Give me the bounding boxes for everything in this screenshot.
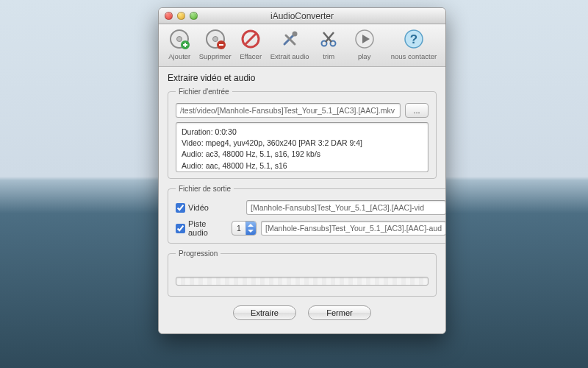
svg-rect-8: [219, 44, 223, 46]
play-button[interactable]: play: [348, 27, 380, 60]
svg-point-6: [212, 37, 218, 42]
scissors-icon: [317, 27, 340, 51]
traffic-lights: [165, 12, 198, 20]
progress-legend: Progression: [176, 250, 220, 258]
titlebar[interactable]: iAudioConverter: [159, 8, 445, 24]
minus-disc-icon: [204, 27, 227, 51]
input-path-field[interactable]: /test/video/[Manhole-Fansubs]Test_Your_5…: [176, 103, 401, 118]
contact-button[interactable]: ? nous contacter: [387, 27, 441, 60]
browse-button[interactable]: ...: [405, 103, 429, 118]
input-fieldset: Fichier d'entrée /test/video/[Manhole-Fa…: [168, 88, 437, 179]
zoom-window-button[interactable]: [190, 12, 198, 20]
extract-button[interactable]: Extraire: [233, 305, 296, 320]
play-icon: [353, 27, 376, 51]
audio-checkbox[interactable]: Piste audio: [176, 219, 227, 237]
info-line: Audio: aac, 48000 Hz, 5.1, s16: [182, 160, 423, 171]
progress-bar: [176, 277, 429, 286]
toolbar: Ajouter Supprimer Effacer Extrait audio …: [159, 24, 445, 67]
close-window-button[interactable]: [165, 12, 173, 20]
clear-button[interactable]: Effacer: [234, 27, 267, 60]
svg-point-1: [177, 37, 182, 42]
video-checkbox[interactable]: Vidéo: [176, 203, 242, 213]
svg-rect-4: [184, 43, 186, 47]
info-line: Audio: ac3, 48000 Hz, 5.1, s16, 192 kb/s: [182, 149, 423, 160]
tools-icon: [278, 27, 301, 51]
info-line: Video: mpeg4, yuv420p, 360x240 [PAR 3:2 …: [182, 138, 423, 149]
output-fieldset: Fichier de sortie Vidéo [Manhole-Fansubs…: [168, 185, 446, 244]
minimize-window-button[interactable]: [177, 12, 185, 20]
help-icon: ?: [402, 27, 426, 51]
extract-audio-button[interactable]: Extrait audio: [270, 27, 309, 60]
svg-marker-25: [248, 230, 254, 233]
svg-marker-24: [248, 224, 254, 227]
audio-output-field[interactable]: [Manhole-Fansubs]Test_Your_5.1_[AC3].[AA…: [261, 221, 446, 236]
info-line: Duration: 0:0:30: [182, 127, 423, 138]
video-output-field[interactable]: [Manhole-Fansubs]Test_Your_5.1_[AC3].[AA…: [246, 200, 446, 215]
plus-disc-icon: [168, 27, 191, 51]
audio-checkbox-label: Piste audio: [188, 219, 227, 237]
output-legend: Fichier de sortie: [176, 185, 234, 193]
media-info: Duration: 0:0:30 Video: mpeg4, yuv420p, …: [176, 122, 429, 172]
remove-button[interactable]: Supprimer: [198, 27, 231, 60]
trim-button[interactable]: trim: [312, 27, 345, 60]
add-button[interactable]: Ajouter: [163, 27, 196, 60]
video-checkbox-label: Vidéo: [188, 203, 209, 212]
svg-text:?: ?: [410, 32, 417, 46]
audio-track-select[interactable]: 1: [232, 221, 257, 236]
chevron-updown-icon: [245, 222, 256, 235]
page-title: Extraire vidéo et audio: [168, 73, 437, 83]
close-button[interactable]: Fermer: [308, 305, 371, 320]
app-window: iAudioConverter Ajouter Supprimer Efface…: [158, 7, 446, 334]
dialog-buttons: Extraire Fermer: [168, 302, 437, 325]
nosign-icon: [239, 27, 262, 51]
window-title: iAudioConverter: [159, 11, 445, 21]
progress-fieldset: Progression: [168, 250, 437, 297]
content-area: Extraire vidéo et audio Fichier d'entrée…: [159, 67, 445, 333]
input-legend: Fichier d'entrée: [176, 88, 232, 96]
svg-line-10: [245, 34, 256, 44]
svg-point-13: [293, 32, 298, 37]
